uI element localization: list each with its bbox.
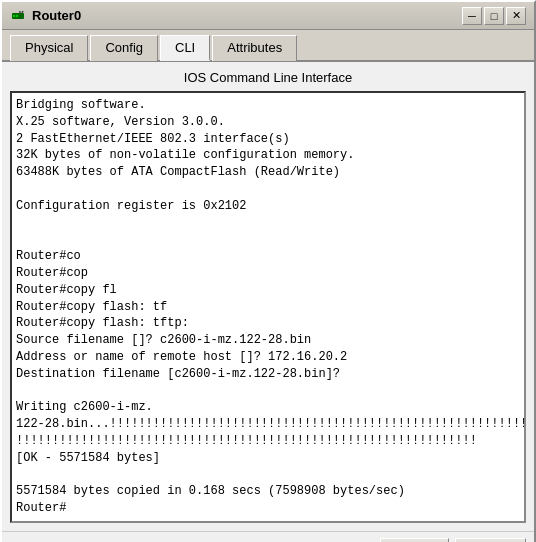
tab-cli[interactable]: CLI [160, 35, 210, 61]
bottom-bar: Ctrl+F6 to exit CLI focus Copy Paste [2, 531, 534, 542]
svg-point-1 [13, 14, 15, 16]
cli-terminal[interactable]: Bridging software. X.25 software, Versio… [10, 91, 526, 523]
svg-line-4 [22, 11, 23, 13]
close-button[interactable]: ✕ [506, 7, 526, 25]
tab-bar: Physical Config CLI Attributes [2, 30, 534, 62]
maximize-button[interactable]: □ [484, 7, 504, 25]
title-bar-buttons: ─ □ ✕ [462, 7, 526, 25]
svg-point-2 [16, 14, 18, 16]
copy-button[interactable]: Copy [380, 538, 448, 542]
window: Router0 ─ □ ✕ Physical Config CLI Attrib… [0, 0, 536, 542]
router-icon [10, 8, 26, 24]
minimize-button[interactable]: ─ [462, 7, 482, 25]
paste-button[interactable]: Paste [455, 538, 526, 542]
window-title: Router0 [32, 8, 462, 23]
tab-attributes[interactable]: Attributes [212, 35, 297, 61]
title-bar: Router0 ─ □ ✕ [2, 2, 534, 30]
section-title: IOS Command Line Interface [10, 70, 526, 85]
tab-physical[interactable]: Physical [10, 35, 88, 61]
tab-config[interactable]: Config [90, 35, 158, 61]
content-area: IOS Command Line Interface Bridging soft… [2, 62, 534, 531]
